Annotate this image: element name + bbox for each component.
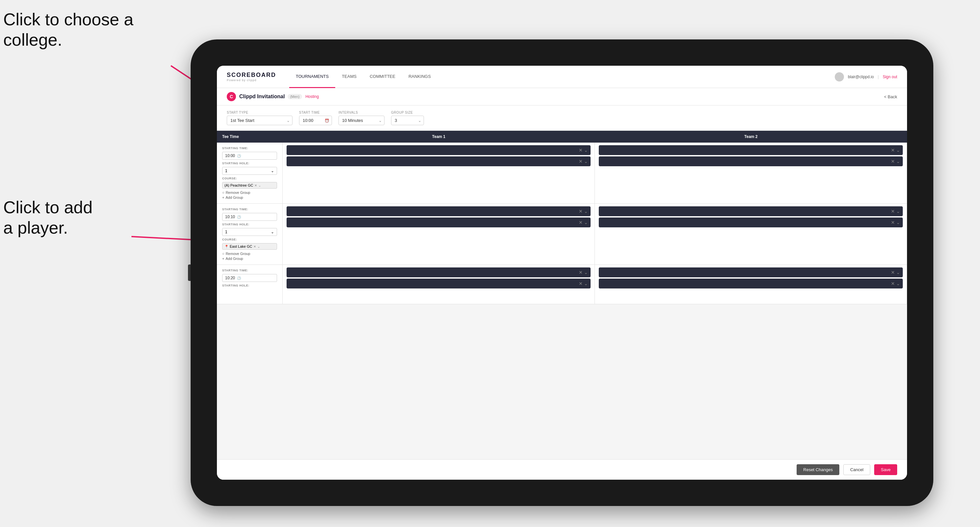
reset-changes-button[interactable]: Reset Changes	[797, 464, 839, 475]
slot-x-btn-10[interactable]: ✕	[579, 281, 583, 286]
starting-time-input-2[interactable]: 10:10 🕐	[222, 213, 277, 221]
group-size-label: Group Size	[391, 111, 424, 114]
annotation-add-player: Click to add a player.	[3, 197, 93, 238]
player-slot-6-2[interactable]: ✕ ⌄	[599, 279, 903, 289]
nav-tournaments[interactable]: TOURNAMENTS	[289, 66, 335, 88]
player-slot-1-2[interactable]: ✕ ⌄	[286, 156, 590, 166]
annotation-add-line1: Click to add	[3, 198, 93, 217]
slot-x-btn-7[interactable]: ✕	[891, 209, 895, 214]
player-slot-5-1[interactable]: ✕ ⌄	[286, 267, 590, 277]
slot-expand-btn-9[interactable]: ⌄	[584, 270, 588, 275]
player-slot-4-1[interactable]: ✕ ⌄	[599, 206, 903, 216]
slot-x-btn-12[interactable]: ✕	[891, 281, 895, 286]
slot-expand-btn-10[interactable]: ⌄	[584, 281, 588, 286]
start-time-input[interactable]	[299, 116, 332, 125]
slot-expand-btn-3[interactable]: ⌄	[896, 148, 900, 152]
course-remove-1[interactable]: ✕	[255, 184, 257, 187]
slot-expand-btn-7[interactable]: ⌄	[896, 209, 900, 214]
starting-time-label-3: STARTING TIME:	[222, 269, 277, 272]
nav-user-area: blair@clippd.io | Sign out	[835, 72, 897, 81]
slot-expand-btn[interactable]: ⌄	[584, 148, 588, 152]
slot-x-btn-11[interactable]: ✕	[891, 270, 895, 275]
add-group-1[interactable]: + Add Group	[222, 195, 277, 200]
starting-hole-select-1[interactable]: 1 ⌄	[222, 167, 277, 175]
player-slot-5-2[interactable]: ✕ ⌄	[286, 279, 590, 289]
cancel-button[interactable]: Cancel	[843, 464, 870, 475]
player-slot-2-1[interactable]: ✕ ⌄	[599, 145, 903, 155]
brand-name: SCOREBOARD	[227, 71, 276, 79]
annotation-line2: college.	[3, 30, 62, 49]
slot-expand-btn-4[interactable]: ⌄	[896, 159, 900, 163]
starting-hole-select-2[interactable]: 1 ⌄	[222, 228, 277, 236]
slot-expand-btn-2[interactable]: ⌄	[584, 159, 588, 163]
player-slot-1-1[interactable]: ✕ ⌄	[286, 145, 590, 155]
nav-committee[interactable]: COMMITTEE	[363, 66, 402, 88]
tee-left-3: STARTING TIME: 10:20 🕐 STARTING HOLE:	[217, 265, 283, 304]
nav-rankings[interactable]: RANKINGS	[402, 66, 438, 88]
hosting-label: Hosting	[305, 94, 319, 99]
team2-cell-3: ✕ ⌄ ✕ ⌄	[595, 265, 907, 304]
slot-x-btn-6[interactable]: ✕	[579, 220, 583, 225]
main-content: Tee Time Team 1 Team 2 STARTING TIME: 10…	[217, 131, 907, 459]
brand-subtitle: Powered by clippd	[227, 79, 276, 82]
remove-icon-2: ○	[222, 252, 224, 256]
player-slot-3-2[interactable]: ✕ ⌄	[286, 217, 590, 227]
user-avatar	[835, 72, 844, 81]
slot-expand-btn-8[interactable]: ⌄	[896, 220, 900, 225]
tee-time-row-2: STARTING TIME: 10:10 🕐 STARTING HOLE: 1 …	[217, 204, 907, 265]
slot-expand-btn-6[interactable]: ⌄	[584, 220, 588, 225]
user-email: blair@clippd.io	[848, 75, 874, 79]
clock-icon-2: 🕐	[237, 215, 241, 219]
remove-icon-1: ○	[222, 190, 224, 195]
add-icon-1: +	[222, 195, 224, 200]
slot-x-btn-2[interactable]: ✕	[579, 159, 583, 163]
starting-time-input-1[interactable]: 10:00 🕐	[222, 152, 277, 160]
sign-out-link[interactable]: Sign out	[883, 75, 897, 79]
remove-group-1[interactable]: ○ Remove Group	[222, 190, 277, 195]
course-label-1: COURSE:	[222, 177, 277, 180]
slot-expand-btn-12[interactable]: ⌄	[896, 281, 900, 286]
starting-time-input-3[interactable]: 10:20 🕐	[222, 274, 277, 282]
course-remove-2[interactable]: ✕	[253, 245, 256, 248]
add-group-2[interactable]: + Add Group	[222, 257, 277, 260]
nav-teams[interactable]: TEAMS	[335, 66, 363, 88]
tournament-badge: (Men)	[288, 94, 302, 99]
col-team2: Team 2	[595, 134, 907, 139]
tee-time-row-1: STARTING TIME: 10:00 🕐 STARTING HOLE: 1 …	[217, 143, 907, 204]
team2-cell-1: ✕ ⌄ ✕ ⌄	[595, 143, 907, 203]
player-slot-3-1[interactable]: ✕ ⌄	[286, 206, 590, 216]
group-size-select[interactable]: 3	[391, 116, 424, 125]
course-chevron-2[interactable]: ⌄	[257, 245, 260, 248]
team2-cell-2: ✕ ⌄ ✕ ⌄	[595, 204, 907, 265]
intervals-select[interactable]: 10 Minutes	[339, 116, 385, 125]
slot-expand-btn-11[interactable]: ⌄	[896, 270, 900, 275]
start-type-group: Start Type 1st Tee Start	[227, 111, 293, 125]
player-slot-6-1[interactable]: ✕ ⌄	[599, 267, 903, 277]
slot-x-btn-5[interactable]: ✕	[579, 209, 583, 214]
slot-expand-btn-5[interactable]: ⌄	[584, 209, 588, 214]
player-slot-2-2[interactable]: ✕ ⌄	[599, 156, 903, 166]
back-button[interactable]: < Back	[884, 94, 897, 99]
tablet-side-button[interactable]	[188, 265, 191, 281]
save-button[interactable]: Save	[874, 464, 897, 475]
slot-x-btn[interactable]: ✕	[579, 148, 583, 152]
brand-logo: SCOREBOARD Powered by clippd	[227, 71, 276, 82]
course-chevron-1[interactable]: ⌄	[258, 184, 261, 187]
start-type-label: Start Type	[227, 111, 293, 114]
tablet-device: SCOREBOARD Powered by clippd TOURNAMENTS…	[191, 40, 933, 506]
tee-actions-2: ○ Remove Group + Add Group	[222, 252, 277, 260]
start-type-select[interactable]: 1st Tee Start	[227, 116, 293, 125]
course-tag-2[interactable]: 📍 East Lake GC ✕ ⌄	[222, 243, 277, 250]
slot-x-btn-8[interactable]: ✕	[891, 220, 895, 225]
slot-x-btn-3[interactable]: ✕	[891, 148, 895, 152]
slot-x-btn-4[interactable]: ✕	[891, 159, 895, 163]
course-tag-1[interactable]: (A) Peachtree GC ✕ ⌄	[222, 182, 277, 189]
team1-cell-1: ✕ ⌄ ✕ ⌄	[283, 143, 595, 203]
annotation-choose-college: Click to choose a college.	[3, 9, 134, 50]
remove-group-2[interactable]: ○ Remove Group	[222, 252, 277, 256]
slot-x-btn-9[interactable]: ✕	[579, 270, 583, 275]
annotation-add-line2: a player.	[3, 218, 68, 237]
tee-actions-1: ○ Remove Group + Add Group	[222, 190, 277, 200]
starting-hole-label-3: STARTING HOLE:	[222, 284, 277, 287]
player-slot-4-2[interactable]: ✕ ⌄	[599, 217, 903, 227]
